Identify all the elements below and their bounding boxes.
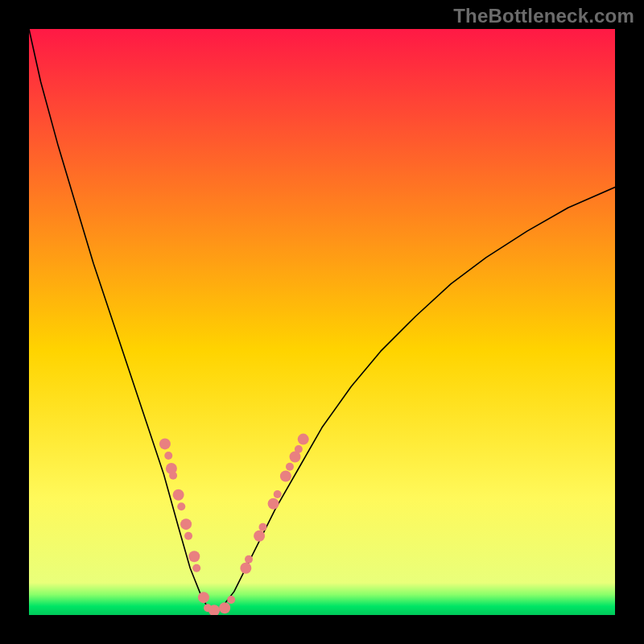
marker-dot	[295, 445, 303, 453]
marker-dot	[184, 532, 192, 540]
marker-dot	[198, 592, 209, 603]
marker-dot	[286, 463, 294, 471]
marker-dot	[268, 498, 279, 510]
marker-dot	[298, 434, 309, 445]
marker-dot	[258, 523, 266, 531]
marker-dot	[254, 530, 265, 542]
marker-dot	[177, 502, 185, 510]
marker-dot	[192, 564, 200, 572]
bottleneck-curve	[29, 29, 615, 610]
chart-curve-layer	[29, 29, 615, 615]
marker-dot	[169, 472, 177, 480]
marker-dot	[280, 470, 291, 481]
marker-dot	[274, 490, 282, 498]
marker-dot	[219, 602, 230, 613]
marker-dots	[159, 434, 309, 615]
marker-dot	[159, 438, 171, 449]
plot-area	[29, 29, 615, 615]
marker-dot	[180, 518, 192, 530]
marker-dot	[245, 555, 253, 564]
marker-dot	[188, 551, 200, 562]
marker-dot	[227, 596, 235, 604]
chart-frame: TheBottleneck.com	[0, 0, 644, 644]
watermark-text: TheBottleneck.com	[453, 5, 634, 27]
marker-dot	[240, 563, 251, 574]
marker-dot	[164, 452, 172, 460]
marker-dot	[173, 489, 184, 501]
